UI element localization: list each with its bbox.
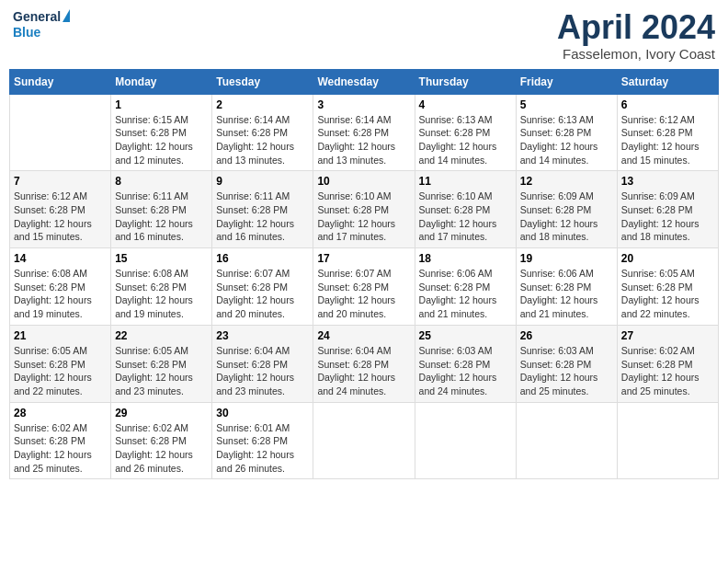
calendar-week-row: 28Sunrise: 6:02 AM Sunset: 6:28 PM Dayli…: [10, 402, 719, 479]
month-title: April 2024: [557, 9, 715, 46]
col-monday: Monday: [111, 69, 212, 94]
day-info: Sunrise: 6:02 AM Sunset: 6:28 PM Dayligh…: [14, 421, 107, 476]
day-info: Sunrise: 6:04 AM Sunset: 6:28 PM Dayligh…: [317, 344, 410, 398]
day-info: Sunrise: 6:07 AM Sunset: 6:28 PM Dayligh…: [317, 267, 410, 321]
calendar-cell: 25Sunrise: 6:03 AM Sunset: 6:28 PM Dayli…: [415, 325, 516, 402]
logo: General Blue: [13, 9, 70, 40]
day-info: Sunrise: 6:10 AM Sunset: 6:28 PM Dayligh…: [317, 190, 410, 244]
day-info: Sunrise: 6:15 AM Sunset: 6:28 PM Dayligh…: [115, 113, 208, 167]
day-info: Sunrise: 6:11 AM Sunset: 6:28 PM Dayligh…: [216, 190, 309, 244]
calendar-cell: 22Sunrise: 6:05 AM Sunset: 6:28 PM Dayli…: [111, 325, 212, 402]
day-info: Sunrise: 6:02 AM Sunset: 6:28 PM Dayligh…: [621, 344, 714, 398]
day-number: 14: [14, 252, 107, 265]
day-number: 18: [419, 252, 512, 265]
day-info: Sunrise: 6:05 AM Sunset: 6:28 PM Dayligh…: [14, 344, 107, 398]
calendar-cell: 5Sunrise: 6:13 AM Sunset: 6:28 PM Daylig…: [516, 94, 617, 171]
day-number: 27: [621, 329, 714, 342]
day-number: 10: [317, 175, 410, 188]
day-info: Sunrise: 6:13 AM Sunset: 6:28 PM Dayligh…: [419, 113, 512, 167]
day-info: Sunrise: 6:12 AM Sunset: 6:28 PM Dayligh…: [14, 190, 107, 244]
day-number: 5: [520, 98, 613, 111]
day-number: 16: [216, 252, 309, 265]
calendar-cell: 4Sunrise: 6:13 AM Sunset: 6:28 PM Daylig…: [415, 94, 516, 171]
day-number: 21: [14, 329, 107, 342]
calendar-cell: 28Sunrise: 6:02 AM Sunset: 6:28 PM Dayli…: [10, 402, 111, 479]
page-header: General Blue April 2024 Fasselemon, Ivor…: [9, 9, 719, 62]
day-info: Sunrise: 6:03 AM Sunset: 6:28 PM Dayligh…: [419, 344, 512, 398]
calendar-header: Sunday Monday Tuesday Wednesday Thursday…: [10, 69, 719, 94]
day-number: 25: [419, 329, 512, 342]
day-number: 20: [621, 252, 714, 265]
logo-triangle-icon: [63, 9, 70, 22]
day-number: 22: [115, 329, 208, 342]
calendar-cell: 1Sunrise: 6:15 AM Sunset: 6:28 PM Daylig…: [111, 94, 212, 171]
calendar-cell: 2Sunrise: 6:14 AM Sunset: 6:28 PM Daylig…: [212, 94, 313, 171]
calendar-cell: 15Sunrise: 6:08 AM Sunset: 6:28 PM Dayli…: [111, 248, 212, 326]
calendar-cell: 20Sunrise: 6:05 AM Sunset: 6:28 PM Dayli…: [617, 248, 718, 326]
calendar-cell: 12Sunrise: 6:09 AM Sunset: 6:28 PM Dayli…: [516, 171, 617, 248]
calendar-cell: 14Sunrise: 6:08 AM Sunset: 6:28 PM Dayli…: [10, 248, 111, 326]
calendar-cell: 6Sunrise: 6:12 AM Sunset: 6:28 PM Daylig…: [617, 94, 718, 171]
col-sunday: Sunday: [10, 69, 111, 94]
calendar-cell: 18Sunrise: 6:06 AM Sunset: 6:28 PM Dayli…: [415, 248, 516, 326]
logo-general-text: General: [13, 9, 61, 25]
col-saturday: Saturday: [617, 69, 718, 94]
col-tuesday: Tuesday: [212, 69, 313, 94]
location-text: Fasselemon, Ivory Coast: [557, 46, 715, 62]
calendar-week-row: 7Sunrise: 6:12 AM Sunset: 6:28 PM Daylig…: [10, 171, 719, 248]
day-number: 30: [216, 407, 309, 419]
day-number: 4: [419, 98, 512, 111]
calendar-cell: 24Sunrise: 6:04 AM Sunset: 6:28 PM Dayli…: [313, 325, 415, 402]
calendar-cell: 8Sunrise: 6:11 AM Sunset: 6:28 PM Daylig…: [111, 171, 212, 248]
day-number: 3: [317, 98, 410, 111]
day-number: 17: [317, 252, 410, 265]
day-info: Sunrise: 6:11 AM Sunset: 6:28 PM Dayligh…: [115, 190, 208, 244]
day-info: Sunrise: 6:09 AM Sunset: 6:28 PM Dayligh…: [520, 190, 613, 244]
day-number: 19: [520, 252, 613, 265]
col-wednesday: Wednesday: [313, 69, 415, 94]
calendar-cell: [415, 402, 516, 479]
calendar-cell: [10, 94, 111, 171]
calendar-cell: 13Sunrise: 6:09 AM Sunset: 6:28 PM Dayli…: [617, 171, 718, 248]
day-number: 26: [520, 329, 613, 342]
day-info: Sunrise: 6:06 AM Sunset: 6:28 PM Dayligh…: [520, 267, 613, 321]
calendar-cell: 10Sunrise: 6:10 AM Sunset: 6:28 PM Dayli…: [313, 171, 415, 248]
day-number: 15: [115, 252, 208, 265]
day-number: 1: [115, 98, 208, 111]
day-info: Sunrise: 6:14 AM Sunset: 6:28 PM Dayligh…: [216, 113, 309, 167]
day-number: 2: [216, 98, 309, 111]
calendar-cell: 27Sunrise: 6:02 AM Sunset: 6:28 PM Dayli…: [617, 325, 718, 402]
calendar-cell: 30Sunrise: 6:01 AM Sunset: 6:28 PM Dayli…: [212, 402, 313, 479]
calendar-cell: 26Sunrise: 6:03 AM Sunset: 6:28 PM Dayli…: [516, 325, 617, 402]
calendar-cell: [617, 402, 718, 479]
calendar-cell: 9Sunrise: 6:11 AM Sunset: 6:28 PM Daylig…: [212, 171, 313, 248]
calendar-week-row: 21Sunrise: 6:05 AM Sunset: 6:28 PM Dayli…: [10, 325, 719, 402]
day-info: Sunrise: 6:06 AM Sunset: 6:28 PM Dayligh…: [419, 267, 512, 321]
day-info: Sunrise: 6:05 AM Sunset: 6:28 PM Dayligh…: [621, 267, 714, 321]
calendar-cell: 16Sunrise: 6:07 AM Sunset: 6:28 PM Dayli…: [212, 248, 313, 326]
day-info: Sunrise: 6:04 AM Sunset: 6:28 PM Dayligh…: [216, 344, 309, 398]
day-info: Sunrise: 6:02 AM Sunset: 6:28 PM Dayligh…: [115, 421, 208, 476]
day-number: 23: [216, 329, 309, 342]
day-number: 7: [14, 175, 107, 188]
col-friday: Friday: [516, 69, 617, 94]
calendar-table: Sunday Monday Tuesday Wednesday Thursday…: [9, 69, 719, 480]
day-info: Sunrise: 6:03 AM Sunset: 6:28 PM Dayligh…: [520, 344, 613, 398]
logo-blue-text: Blue: [13, 25, 70, 40]
day-info: Sunrise: 6:01 AM Sunset: 6:28 PM Dayligh…: [216, 421, 309, 476]
calendar-body: 1Sunrise: 6:15 AM Sunset: 6:28 PM Daylig…: [10, 94, 719, 479]
calendar-cell: 21Sunrise: 6:05 AM Sunset: 6:28 PM Dayli…: [10, 325, 111, 402]
day-number: 24: [317, 329, 410, 342]
day-info: Sunrise: 6:10 AM Sunset: 6:28 PM Dayligh…: [419, 190, 512, 244]
calendar-cell: 19Sunrise: 6:06 AM Sunset: 6:28 PM Dayli…: [516, 248, 617, 326]
day-info: Sunrise: 6:08 AM Sunset: 6:28 PM Dayligh…: [115, 267, 208, 321]
day-info: Sunrise: 6:09 AM Sunset: 6:28 PM Dayligh…: [621, 190, 714, 244]
day-info: Sunrise: 6:08 AM Sunset: 6:28 PM Dayligh…: [14, 267, 107, 321]
calendar-cell: [516, 402, 617, 479]
calendar-cell: 17Sunrise: 6:07 AM Sunset: 6:28 PM Dayli…: [313, 248, 415, 326]
calendar-cell: [313, 402, 415, 479]
day-number: 11: [419, 175, 512, 188]
day-info: Sunrise: 6:12 AM Sunset: 6:28 PM Dayligh…: [621, 113, 714, 167]
calendar-cell: 29Sunrise: 6:02 AM Sunset: 6:28 PM Dayli…: [111, 402, 212, 479]
day-number: 9: [216, 175, 309, 188]
